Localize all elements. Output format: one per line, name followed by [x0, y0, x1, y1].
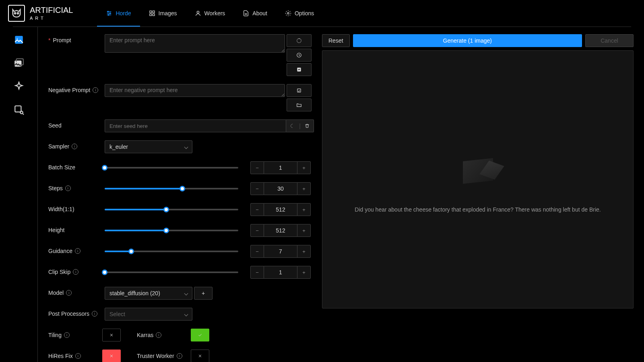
steps-label: Stepsi	[48, 182, 105, 191]
truster-label: Truster Worker	[137, 353, 174, 359]
history-button[interactable]	[287, 49, 312, 62]
tiling-toggle[interactable]	[102, 329, 121, 341]
nav-workers[interactable]: Workers	[186, 0, 234, 27]
logo-main: ARTIFICIAL	[30, 6, 73, 15]
chevron-down-icon	[184, 291, 188, 295]
logo-icon	[8, 5, 25, 22]
info-icon[interactable]: i	[75, 248, 80, 254]
nav-options[interactable]: Options	[276, 0, 323, 27]
sidebar-generate[interactable]	[13, 34, 25, 45]
generate-button[interactable]: Generate (1 image)	[353, 34, 582, 47]
height-slider[interactable]	[105, 228, 238, 233]
batch-stepper[interactable]: −1+	[250, 161, 311, 174]
decrement-button[interactable]: −	[250, 224, 264, 237]
tiling-label: Tiling	[48, 332, 62, 338]
sliders-icon	[106, 10, 112, 16]
negative-label: Negative Prompti	[48, 84, 105, 93]
info-icon[interactable]: i	[156, 332, 161, 338]
sidebar-rate[interactable]	[13, 81, 25, 92]
model-select[interactable]: stable_diffusion (20)	[105, 287, 192, 300]
guidance-stepper[interactable]: −7+	[250, 245, 311, 258]
prompt-label: *Prompt	[48, 34, 105, 43]
info-icon[interactable]: i	[93, 87, 98, 93]
info-icon[interactable]: i	[75, 353, 81, 359]
chevron-down-icon	[184, 145, 188, 149]
enhance-button[interactable]	[287, 63, 312, 76]
width-label: Width(1:1)	[48, 203, 105, 212]
svg-rect-16	[15, 36, 23, 44]
postproc-label: Post Processorsi	[48, 308, 105, 317]
width-stepper[interactable]: −512+	[250, 203, 311, 216]
karras-toggle[interactable]	[191, 329, 209, 341]
increment-button[interactable]: +	[297, 203, 311, 216]
increment-button[interactable]: +	[297, 245, 311, 258]
sampler-select[interactable]: k_euler	[105, 140, 192, 153]
height-label: Height	[48, 224, 105, 233]
decrement-button[interactable]: −	[250, 161, 264, 174]
grid-icon	[149, 10, 155, 16]
steps-stepper[interactable]: −30+	[250, 182, 311, 195]
refresh-prompt-button[interactable]	[287, 34, 312, 47]
svg-point-1	[17, 12, 19, 14]
x-icon	[198, 354, 202, 358]
model-label: Modeli	[48, 287, 105, 296]
svg-point-17	[16, 38, 18, 39]
sampler-label: Sampleri	[48, 140, 105, 150]
info-icon[interactable]: i	[92, 311, 97, 317]
hires-toggle[interactable]	[102, 350, 121, 362]
increment-button[interactable]: +	[297, 266, 311, 279]
decrement-button[interactable]: −	[250, 182, 264, 195]
guidance-slider[interactable]	[105, 249, 238, 254]
width-slider[interactable]	[105, 207, 238, 212]
reset-button[interactable]: Reset	[322, 34, 350, 47]
nav-about[interactable]: About	[234, 0, 276, 27]
increment-button[interactable]: +	[297, 161, 311, 174]
load-negative-button[interactable]	[287, 99, 312, 111]
svg-rect-26	[297, 89, 301, 92]
random-icon[interactable]	[290, 123, 295, 128]
info-icon[interactable]: i	[66, 290, 72, 296]
postproc-select[interactable]: Select	[105, 308, 192, 321]
steps-slider[interactable]	[105, 186, 238, 191]
sidebar-gallery[interactable]	[13, 58, 25, 69]
add-model-button[interactable]: +	[194, 287, 213, 300]
clipskip-label: Clip Skipi	[48, 266, 105, 275]
decrement-button[interactable]: −	[250, 245, 264, 258]
decrement-button[interactable]: −	[250, 266, 264, 279]
logo-sub: ART	[30, 16, 73, 21]
seed-input[interactable]	[105, 119, 286, 132]
guidance-label: Guidancei	[48, 245, 105, 254]
negative-input[interactable]	[105, 84, 285, 97]
clipskip-stepper[interactable]: −1+	[250, 266, 311, 279]
truster-toggle[interactable]	[191, 350, 209, 362]
save-icon	[296, 88, 302, 93]
increment-button[interactable]: +	[297, 182, 311, 195]
check-icon	[198, 333, 202, 337]
svg-rect-10	[150, 14, 152, 16]
info-icon[interactable]: i	[73, 269, 78, 275]
svg-point-15	[287, 12, 289, 14]
batch-slider[interactable]	[105, 165, 238, 170]
info-icon[interactable]: i	[177, 353, 182, 359]
decrement-button[interactable]: −	[250, 203, 264, 216]
info-icon[interactable]: i	[64, 332, 70, 338]
svg-point-0	[14, 12, 16, 14]
batch-label: Batch Size	[48, 161, 105, 171]
increment-button[interactable]: +	[297, 224, 311, 237]
info-icon[interactable]: i	[72, 144, 77, 149]
height-stepper[interactable]: −512+	[250, 224, 311, 237]
nav-images[interactable]: Images	[140, 0, 186, 27]
nav-horde[interactable]: Horde	[97, 0, 140, 27]
sidebar-interrogate[interactable]	[13, 104, 25, 115]
prompt-input[interactable]	[105, 34, 285, 53]
output-panel: Reset Generate (1 image) Cancel Did you …	[322, 34, 634, 362]
nav: Horde Images Workers About Options	[97, 0, 323, 27]
clipskip-slider[interactable]	[105, 270, 238, 275]
trash-icon[interactable]	[305, 123, 310, 128]
save-negative-button[interactable]	[287, 84, 312, 97]
logo[interactable]: ARTIFICIAL ART	[8, 5, 73, 22]
preview-area: Did you hear about the cheese factory th…	[322, 50, 634, 309]
cancel-button: Cancel	[585, 34, 634, 47]
images-icon	[14, 58, 24, 68]
info-icon[interactable]: i	[65, 185, 71, 191]
